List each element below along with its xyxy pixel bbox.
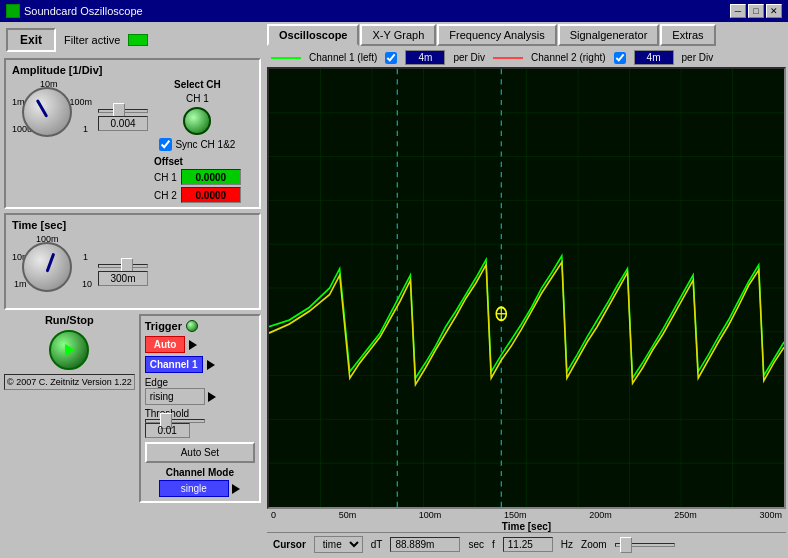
f-unit: Hz	[561, 539, 573, 550]
ch1-per-div-unit: per Div	[453, 52, 485, 63]
zoom-slider[interactable]	[615, 543, 675, 547]
edge-label: Edge	[145, 377, 168, 388]
trigger-channel-dropdown[interactable]: Channel 1	[145, 356, 203, 373]
amp-slider-container	[98, 109, 148, 113]
edge-dropdown[interactable]: rising	[145, 388, 205, 405]
sync-checkbox[interactable]	[159, 138, 172, 151]
exit-button[interactable]: Exit	[6, 28, 56, 52]
edge-arrow	[207, 391, 217, 403]
time-controls: 100m 10m 1m 1 10 300m	[12, 234, 253, 304]
run-stop-button[interactable]	[49, 330, 89, 370]
left-panel: Exit Filter active Amplitude [1/Div] 10m…	[0, 22, 265, 558]
svg-marker-4	[232, 484, 240, 494]
dt-unit: sec	[468, 539, 484, 550]
ch-indicator[interactable]	[183, 107, 211, 135]
amplitude-knob[interactable]	[22, 87, 72, 137]
time-label-10: 10	[82, 279, 92, 289]
time-slider[interactable]	[98, 264, 148, 268]
cursor-type-area: time	[314, 536, 363, 553]
time-label-1m: 1m	[14, 279, 27, 289]
left-lower-area: Run/Stop © 2007 C. Zeitnitz Version 1.22…	[4, 314, 261, 503]
zoom-label: Zoom	[581, 539, 607, 550]
amplitude-knob-area: 10m 1m 100u 100m 1	[12, 79, 92, 149]
trigger-title: Trigger	[145, 320, 182, 332]
ch1-offset-input[interactable]	[181, 169, 241, 185]
channel-mode-dropdown[interactable]: single	[159, 480, 229, 497]
trigger-auto-button[interactable]: Auto	[145, 336, 186, 353]
title-bar-buttons: ─ □ ✕	[730, 4, 782, 18]
select-ch-area: Select CH CH 1 Sync CH 1&2 Offset CH 1	[154, 79, 241, 203]
sync-label: Sync CH 1&2	[175, 139, 235, 150]
ch2-per-div-input[interactable]	[634, 50, 674, 65]
copyright: © 2007 C. Zeitnitz Version 1.22	[4, 374, 135, 390]
ch2-offset-row: CH 2	[154, 187, 241, 203]
minimize-button[interactable]: ─	[730, 4, 746, 18]
autoset-button[interactable]: Auto Set	[145, 442, 255, 463]
title-bar-left: Soundcard Oszilloscope	[6, 4, 143, 18]
ch1-legend-checkbox[interactable]	[385, 52, 397, 64]
channel-mode-row: single	[159, 480, 241, 497]
edge-dropdown-row: rising	[145, 388, 255, 405]
run-stop-label: Run/Stop	[45, 314, 94, 326]
app-icon	[6, 4, 20, 18]
ch1-per-div-input[interactable]	[405, 50, 445, 65]
time-section: Time [sec] 100m 10m 1m 1 10	[4, 213, 261, 310]
f-label: f	[492, 539, 495, 550]
amplitude-slider[interactable]	[98, 109, 148, 113]
oscilloscope-display	[267, 67, 786, 509]
cursor-label: Cursor	[273, 539, 306, 550]
content-area: Exit Filter active Amplitude [1/Div] 10m…	[0, 22, 788, 558]
xaxis-title: Time [sec]	[267, 521, 786, 532]
play-icon	[61, 342, 77, 358]
maximize-button[interactable]: □	[748, 4, 764, 18]
amplitude-controls: 10m 1m 100u 100m 1	[12, 79, 253, 203]
filter-label: Filter active	[64, 34, 120, 46]
ch1-label: CH 1	[186, 93, 209, 104]
threshold-slider[interactable]	[145, 419, 205, 423]
trigger-channel-arrow	[205, 358, 217, 372]
tab-oscilloscope[interactable]: Oscilloscope	[267, 24, 359, 46]
amp-label-1: 1	[83, 124, 88, 134]
trigger-auto-arrow	[187, 338, 199, 352]
run-stop-section: Run/Stop © 2007 C. Zeitnitz Version 1.22	[4, 314, 135, 503]
trigger-channel-row: Channel 1	[145, 356, 255, 373]
offset-area: Offset CH 1 CH 2	[154, 156, 241, 203]
ch2-offset-input[interactable]	[181, 187, 241, 203]
xaxis-label-300m: 300m	[759, 510, 782, 520]
knob-marker	[36, 99, 49, 118]
tabs-bar: Oscilloscope X-Y Graph Frequency Analysi…	[267, 24, 786, 46]
channel-mode-area: Channel Mode single	[145, 467, 255, 497]
dt-value-input[interactable]	[390, 537, 460, 552]
ch2-legend-checkbox[interactable]	[614, 52, 626, 64]
svg-marker-1	[189, 340, 197, 350]
time-value-area: 300m	[98, 264, 148, 286]
trigger-led	[186, 320, 198, 332]
xaxis-label-200m: 200m	[589, 510, 612, 520]
time-slider-container	[98, 264, 148, 268]
ch2-per-div-unit: per Div	[682, 52, 714, 63]
close-button[interactable]: ✕	[766, 4, 782, 18]
ch2-legend-line	[493, 57, 523, 59]
tab-extras[interactable]: Extras	[660, 24, 715, 46]
f-value-input[interactable]	[503, 537, 553, 552]
tab-frequency-analysis[interactable]: Frequency Analysis	[437, 24, 556, 46]
cursor-type-dropdown[interactable]: time	[314, 536, 363, 553]
svg-marker-2	[207, 360, 215, 370]
xaxis-label-50m: 50m	[339, 510, 357, 520]
ch2-legend-label: Channel 2 (right)	[531, 52, 605, 63]
ch1-legend-line	[271, 57, 301, 59]
time-title: Time [sec]	[12, 219, 253, 231]
tab-signalgenerator[interactable]: Signalgenerator	[558, 24, 660, 46]
xaxis-label-150m: 150m	[504, 510, 527, 520]
amplitude-title: Amplitude [1/Div]	[12, 64, 253, 76]
time-knob-area: 100m 10m 1m 1 10	[12, 234, 92, 304]
amp-label-100m: 100m	[69, 97, 92, 107]
time-knob[interactable]	[22, 242, 72, 292]
channel-legend: Channel 1 (left) per Div Channel 2 (righ…	[267, 48, 786, 67]
tab-xy-graph[interactable]: X-Y Graph	[360, 24, 436, 46]
xaxis-labels: 0 50m 100m 150m 200m 250m 300m	[267, 509, 786, 521]
ch2-offset-label: CH 2	[154, 190, 177, 201]
channel-mode-label: Channel Mode	[166, 467, 234, 478]
main-container: Exit Filter active Amplitude [1/Div] 10m…	[0, 22, 788, 558]
filter-led	[128, 34, 148, 46]
